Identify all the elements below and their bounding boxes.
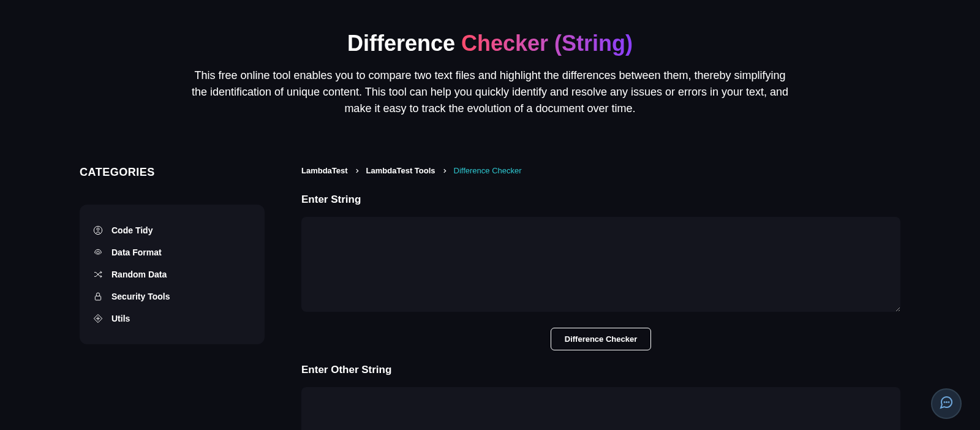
diamond-icon bbox=[93, 314, 103, 323]
breadcrumb: LambdaTest LambdaTest Tools Difference C… bbox=[301, 166, 900, 175]
breadcrumb-link-lambdatest[interactable]: LambdaTest bbox=[301, 166, 348, 175]
main-content: LambdaTest LambdaTest Tools Difference C… bbox=[301, 166, 900, 430]
page-description: This free online tool enables you to com… bbox=[187, 67, 793, 117]
sidebar-item-code-tidy[interactable]: Code Tidy bbox=[93, 219, 251, 241]
string-input-1[interactable] bbox=[301, 217, 900, 312]
sidebar-title: CATEGORIES bbox=[80, 166, 265, 179]
title-part-1: Difference bbox=[347, 31, 461, 56]
svg-point-1 bbox=[97, 228, 99, 230]
content-wrapper: CATEGORIES Code Tidy Data Format bbox=[0, 141, 980, 430]
sidebar-card: Code Tidy Data Format Random Data bbox=[80, 205, 265, 344]
svg-rect-2 bbox=[95, 296, 100, 300]
shuffle-icon bbox=[93, 270, 103, 279]
sidebar-item-label: Utils bbox=[111, 314, 130, 323]
string-input-2[interactable] bbox=[301, 387, 900, 430]
fingerprint-icon bbox=[93, 247, 103, 257]
breadcrumb-link-tools[interactable]: LambdaTest Tools bbox=[366, 166, 435, 175]
sidebar-item-label: Data Format bbox=[111, 247, 162, 257]
code-tidy-icon bbox=[93, 225, 103, 235]
svg-point-3 bbox=[944, 402, 945, 402]
sidebar-item-utils[interactable]: Utils bbox=[93, 307, 251, 330]
sidebar-item-label: Security Tools bbox=[111, 292, 170, 301]
chevron-right-icon bbox=[442, 168, 448, 174]
page-title: Difference Checker (String) bbox=[0, 31, 980, 56]
sidebar-item-label: Random Data bbox=[111, 270, 167, 279]
input-label-1: Enter String bbox=[301, 194, 900, 206]
title-part-2: Checker (String) bbox=[461, 31, 633, 56]
chevron-right-icon bbox=[354, 168, 360, 174]
sidebar-item-label: Code Tidy bbox=[111, 225, 153, 235]
difference-checker-button[interactable]: Difference Checker bbox=[551, 328, 652, 350]
hero-section: Difference Checker (String) This free on… bbox=[0, 0, 980, 141]
action-button-wrapper: Difference Checker bbox=[301, 328, 900, 350]
sidebar-item-random-data[interactable]: Random Data bbox=[93, 263, 251, 285]
chat-button[interactable] bbox=[931, 388, 962, 419]
sidebar-item-security-tools[interactable]: Security Tools bbox=[93, 285, 251, 307]
sidebar: CATEGORIES Code Tidy Data Format bbox=[80, 166, 265, 430]
sidebar-item-data-format[interactable]: Data Format bbox=[93, 241, 251, 263]
chat-icon bbox=[939, 395, 954, 412]
input-label-2: Enter Other String bbox=[301, 364, 900, 376]
svg-point-4 bbox=[946, 402, 947, 402]
lock-icon bbox=[93, 292, 103, 301]
svg-point-5 bbox=[949, 402, 949, 402]
breadcrumb-current: Difference Checker bbox=[454, 166, 522, 175]
